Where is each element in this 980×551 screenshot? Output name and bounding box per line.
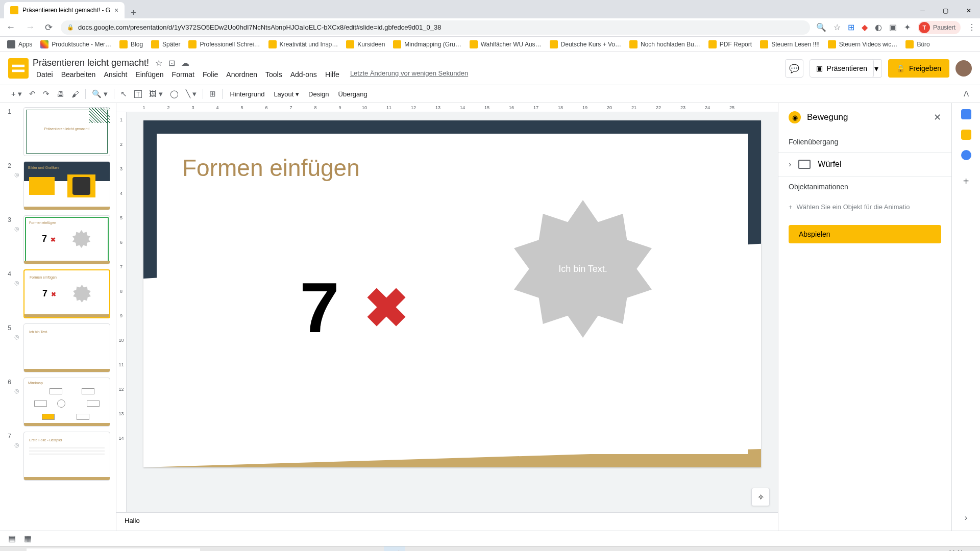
star-shape[interactable]: Ich bin Text. [514,200,652,338]
taskbar-search[interactable]: 🔍 Zur Suche Text hier eingeben [27,548,200,552]
bookmark-item[interactable]: Mindmapping (Gru… [390,38,464,51]
bookmark-item[interactable]: Steuern Lesen !!!! [757,38,823,51]
menu-view[interactable]: Ansicht [100,69,131,80]
background-button[interactable]: Hintergrund [226,88,268,100]
paint-format-button[interactable]: 🖌 [68,88,82,101]
hide-panel-icon[interactable]: › [965,513,967,522]
move-document-icon[interactable]: ⊡ [168,58,175,68]
excel-icon[interactable]: X [294,546,315,552]
menu-arrange[interactable]: Anordnen [223,69,261,80]
transition-selector[interactable]: › Würfel [778,152,951,177]
powerpoint-icon[interactable]: P [316,546,338,552]
edge-icon[interactable]: 🌐99+ [249,546,271,552]
menu-tools[interactable]: Tools [262,69,286,80]
comments-button[interactable]: 💬 [785,59,803,78]
profile-button[interactable]: T Pausiert [918,21,961,34]
app-icon[interactable]: 📄 [451,546,473,552]
tasks-icon[interactable] [961,150,971,160]
shape-tool[interactable]: ◯ [167,87,182,101]
new-tab-button[interactable]: + [125,8,142,18]
edge-browser-icon[interactable]: 🔵 [406,546,428,552]
slide-number-seven[interactable]: 7 [300,266,339,349]
present-dropdown[interactable]: ▾ [872,59,882,78]
menu-slide[interactable]: Folie [199,69,222,80]
thumbnail-slide-4[interactable]: Formen einfügen 7 ✖ [23,269,110,318]
last-edit-link[interactable]: Letzte Änderung vor wenigen Sekunden [350,69,468,80]
maximize-icon[interactable]: ▢ [934,3,957,18]
textbox-tool[interactable]: 🅃 [131,88,145,101]
bookmark-item[interactable]: PDF Report [705,38,755,51]
extensions-icon[interactable]: ✦ [904,22,911,32]
keep-icon[interactable] [961,130,971,140]
star-icon[interactable]: ☆ [834,22,841,32]
thumbnail-slide-2[interactable]: Bilder und Grafiken [23,161,110,210]
file-explorer-icon[interactable]: 📁 [227,546,248,552]
slides-logo-icon[interactable] [8,58,29,79]
chrome-icon[interactable]: 🌈 [384,546,405,552]
new-slide-button[interactable]: + ▾ [8,87,25,101]
calendar-icon[interactable] [961,109,971,119]
line-tool[interactable]: ╲ ▾ [183,87,200,101]
comment-tool[interactable]: ⊞ [206,87,219,101]
print-button[interactable]: 🖶 [54,88,67,101]
bookmark-item[interactable]: Noch hochladen Bu… [626,38,703,51]
back-icon[interactable]: ← [4,20,17,35]
image-tool[interactable]: 🖼 ▾ [146,87,166,101]
thumbnail-slide-3[interactable]: Formen einfügen 7 ✖ [23,215,110,264]
menu-insert[interactable]: Einfügen [132,69,167,80]
undo-button[interactable]: ↶ [26,87,39,101]
menu-format[interactable]: Format [168,69,198,80]
minimize-icon[interactable]: ─ [911,3,934,18]
present-button[interactable]: ▣ Präsentieren [810,59,874,78]
red-x-shape[interactable] [366,287,407,328]
share-button[interactable]: 🔒 Freigeben [888,59,949,78]
star-document-icon[interactable]: ☆ [155,58,162,68]
menu-edit[interactable]: Bearbeiten [58,69,100,80]
play-animation-button[interactable]: Abspielen [789,225,941,243]
transition-button[interactable]: Übergang [334,88,372,100]
menu-addons[interactable]: Add-ons [287,69,321,80]
menu-help[interactable]: Hilfe [322,69,343,80]
slide-canvas[interactable]: Formen einfügen 7 Ich bin Text. [143,120,761,467]
extension-icon-4[interactable]: ▣ [889,22,897,32]
browser-tab[interactable]: Präsentieren leicht gemacht! - G × [4,2,125,18]
zoom-icon[interactable]: 🔍 [816,22,826,32]
collapse-toolbar-icon[interactable]: ᐱ [961,87,972,101]
document-title[interactable]: Präsentieren leicht gemacht! [33,58,149,68]
close-window-icon[interactable]: ✕ [957,3,980,18]
explore-button[interactable]: ✧ [751,488,770,506]
menu-icon[interactable]: ⋮ [968,22,976,32]
thumbnail-slide-5[interactable]: Ich bin Text. [23,323,110,372]
bookmark-item[interactable]: Deutsche Kurs + Vo… [547,38,624,51]
spotify-icon[interactable]: ● [474,546,495,552]
obs-icon[interactable]: ⚫ [361,546,383,552]
select-tool[interactable]: ↖ [117,87,130,101]
bookmark-item[interactable]: Kreativität und Insp… [265,38,341,51]
start-button[interactable] [0,546,24,552]
bookmark-item[interactable]: Professionell Schrei… [185,38,263,51]
zoom-button[interactable]: 🔍 ▾ [89,87,111,101]
bookmark-apps[interactable]: Apps [4,38,35,51]
speaker-notes[interactable]: Hallo [116,512,778,531]
bookmark-item[interactable]: Produktsuche - Mer… [37,38,114,51]
bookmark-item[interactable]: Kursideen [343,38,388,51]
app-icon[interactable]: 📋 [429,546,450,552]
user-avatar[interactable] [955,60,972,77]
extension-icon-1[interactable]: ⊞ [848,22,854,32]
task-view-icon[interactable]: ⊞ [204,546,226,552]
layout-button[interactable]: Layout ▾ [270,88,303,100]
menu-file[interactable]: Datei [33,69,57,80]
close-panel-icon[interactable]: ✕ [934,112,941,123]
slide-title[interactable]: Formen einfügen [182,154,722,182]
bookmark-item[interactable]: Blog [116,38,146,51]
brave-icon[interactable]: 🦁 [339,546,360,552]
add-addon-icon[interactable]: + [963,176,969,187]
thumbnail-slide-6[interactable]: Mindmap [23,378,110,427]
thumbnail-slide-1[interactable]: Präsentieren leicht gemacht! [23,107,110,156]
redo-button[interactable]: ↷ [40,87,53,101]
bookmark-item[interactable]: Steuern Videos wic… [825,38,901,51]
thumbnail-slide-7[interactable]: Erste Folie - Beispiel [23,432,110,481]
extension-icon-2[interactable]: ◆ [862,22,868,32]
filmstrip-view-icon[interactable]: ▤ [8,534,16,543]
bookmark-item[interactable]: Büro [902,38,933,51]
